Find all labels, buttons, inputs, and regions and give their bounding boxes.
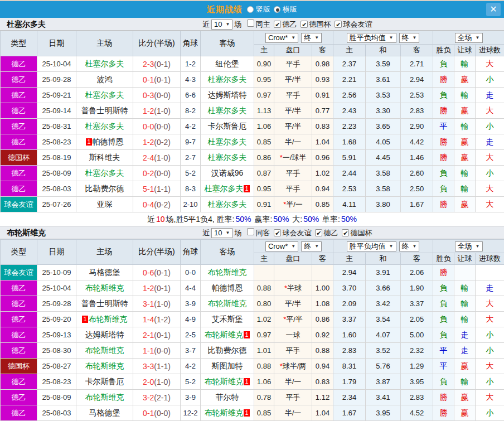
halftime-score: (0-0) [154, 91, 171, 100]
home-team-name[interactable]: 普鲁士明斯特 [81, 299, 128, 308]
away-team-name[interactable]: 杜塞尔多夫 [208, 153, 247, 162]
final-mean-select[interactable]: 终▼ [399, 241, 420, 251]
handicap-value: 半/一 [285, 409, 302, 417]
away-odds: 1.04 [312, 405, 333, 421]
league-type-badge: 德乙 [1, 181, 37, 197]
bookmaker-select[interactable]: Crow*▼ [265, 33, 298, 43]
bookmaker-select[interactable]: Crow*▼ [265, 241, 298, 251]
filter-checkbox[interactable]: ✔ [301, 21, 308, 28]
fullmatch-group: 全场▼ [433, 31, 504, 45]
mean-draw-odds: 3.59 [366, 56, 401, 72]
result-handicap [454, 265, 476, 280]
radio-button[interactable] [274, 6, 280, 13]
col-mean-draw: 和 [366, 45, 401, 56]
away-team-name[interactable]: 杜塞尔多夫 [208, 75, 247, 84]
home-team-name[interactable]: 马格德堡 [89, 408, 120, 417]
home-team-name[interactable]: 达姆斯塔特 [85, 330, 124, 339]
select-value: 10 [214, 20, 222, 28]
col-away: 客场 [201, 31, 254, 56]
away-team-name[interactable]: 汉诺威96 [211, 168, 244, 177]
handicap-cell: 平手 [274, 166, 312, 181]
away-team-name[interactable]: 杜塞尔多夫 [204, 184, 243, 193]
fullmatch-select[interactable]: 全场▼ [455, 241, 483, 251]
score-cell: 0-1(0-1) [133, 72, 181, 88]
rank-badge: 1 [244, 409, 249, 417]
home-team-name[interactable]: 杜塞尔多夫 [85, 122, 124, 130]
away-team-name[interactable]: 菲尔特 [216, 393, 239, 401]
final-odds-select[interactable]: 终▼ [301, 33, 322, 43]
home-team-name[interactable]: 布轮斯维克 [89, 314, 128, 323]
col-score: 比分(半场) [133, 240, 181, 265]
home-team-name[interactable]: 布轮斯维克 [85, 393, 124, 401]
mean-odds-select[interactable]: 胜平负均值▼ [347, 241, 396, 251]
filter-checkbox[interactable]: ✔ [274, 229, 281, 236]
filter-checkbox[interactable]: ✔ [315, 229, 322, 236]
home-team-name[interactable]: 普鲁士明斯特 [81, 106, 128, 115]
home-team-cell: 马格德堡 [76, 405, 133, 421]
close-button[interactable]: ✕ [486, 3, 501, 16]
radio-label[interactable]: 竖版 [256, 4, 270, 14]
radio-label[interactable]: 横版 [283, 4, 297, 14]
filter-checkbox[interactable]: ✔ [274, 21, 281, 28]
away-team-name[interactable]: 达姆斯塔特 [208, 90, 247, 99]
away-team-name[interactable]: 帕德博恩 [212, 283, 243, 292]
home-team-name[interactable]: 马格德堡 [89, 268, 120, 277]
handicap-value: 平手 [286, 91, 301, 99]
match-row: 德乙 25-08-03 比勒费尔德 5-1(1-1) 8-3 杜塞尔多夫1 0.… [1, 181, 504, 197]
away-team-name[interactable]: 布轮斯维克 [204, 377, 243, 386]
league-type-badge: 德乙 [1, 312, 37, 327]
score-cell: 0-3(0-0) [133, 88, 181, 103]
handicap-value: 平/半 [285, 122, 302, 130]
home-team-name[interactable]: 斯科维夫 [89, 153, 120, 162]
result-wdl: 勝 [433, 390, 454, 405]
home-team-name[interactable]: 布轮斯维克 [85, 283, 124, 292]
final-mean-select[interactable]: 终▼ [399, 33, 420, 43]
recent-count-select[interactable]: 10▼ [211, 228, 232, 238]
match-date: 25-08-27 [37, 359, 76, 374]
home-team-name[interactable]: 卡尔斯鲁厄 [85, 377, 124, 386]
fullmatch-select[interactable]: 全场▼ [455, 33, 483, 43]
filter-checkbox[interactable] [247, 228, 254, 235]
home-team-name[interactable]: 帕德博恩 [93, 137, 124, 146]
away-team-name[interactable]: 布轮斯维克 [208, 268, 247, 277]
away-team-name[interactable]: 杜塞尔多夫 [208, 200, 247, 209]
recent-count-select[interactable]: 10▼ [211, 20, 232, 30]
handicap-value: 半/一 [285, 138, 302, 146]
home-team-name[interactable]: 波鸿 [97, 75, 113, 84]
away-team-name[interactable]: 比勒费尔德 [208, 346, 247, 355]
final-odds-select[interactable]: 终▼ [301, 241, 322, 251]
match-row: 德国杯 25-08-19 斯科维夫 2-4(1-0) 2-7 杜塞尔多夫 0.8… [1, 150, 504, 166]
match-date: 25-08-30 [37, 343, 76, 359]
filter-checkbox[interactable]: ✔ [342, 229, 349, 236]
away-team-name[interactable]: 卡尔斯鲁厄 [208, 122, 247, 130]
away-team-name[interactable]: 杜塞尔多夫 [208, 106, 247, 115]
home-team-name[interactable]: 布轮斯维克 [85, 346, 124, 355]
mean-home-odds: 1.79 [333, 374, 366, 390]
away-team-name[interactable]: 纽伦堡 [216, 59, 239, 68]
away-odds: 0.98 [312, 56, 333, 72]
away-odds: 0.91 [312, 88, 333, 103]
matches-label: 场 [234, 20, 241, 30]
mean-home-odds: 2.53 [333, 181, 366, 197]
away-team-name[interactable]: 布轮斯维克 [204, 408, 243, 417]
home-team-name[interactable]: 杜塞尔多夫 [85, 59, 124, 68]
rank-badge: 1 [244, 378, 249, 385]
home-team-name[interactable]: 亚琛 [97, 200, 113, 209]
home-team-name[interactable]: 比勒费尔德 [85, 184, 124, 193]
radio-button[interactable] [247, 6, 254, 13]
home-team-name[interactable]: 杜塞尔多夫 [85, 90, 124, 99]
away-odds: 0.96 [312, 150, 333, 166]
away-team-name[interactable]: 斯图加特 [212, 361, 243, 370]
filter-checkbox[interactable]: ✔ [335, 21, 342, 28]
result-wdl: 負 [433, 374, 454, 390]
home-team-name[interactable]: 杜塞尔多夫 [85, 168, 124, 177]
match-row: 德乙 25-09-21 杜塞尔多夫 0-3(0-0) 6-6 达姆斯塔特 0.9… [1, 88, 504, 103]
away-team-cell: 布轮斯维克1 [201, 327, 254, 343]
away-team-name[interactable]: 杜塞尔多夫 [208, 137, 247, 146]
mean-odds-select[interactable]: 胜平负均值▼ [347, 33, 396, 43]
away-team-name[interactable]: 艾禾斯堡 [212, 314, 243, 323]
away-team-name[interactable]: 布轮斯维克 [204, 330, 243, 339]
away-team-name[interactable]: 布轮斯维克 [208, 299, 247, 308]
filter-checkbox[interactable] [247, 20, 254, 27]
home-team-name[interactable]: 布轮斯维克 [85, 361, 124, 370]
